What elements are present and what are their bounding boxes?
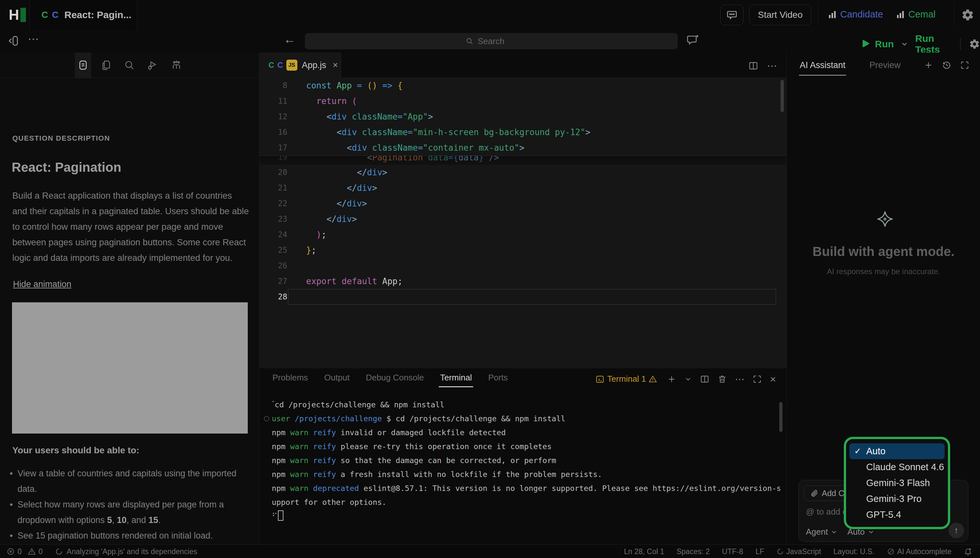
ai-autocomplete-toggle[interactable]: AI Autocomplete — [887, 547, 952, 556]
requirement-item: •Select how many rows are displayed per … — [10, 497, 243, 528]
search-files-icon[interactable] — [124, 60, 135, 71]
terminal-panel: ProblemsOutputDebug ConsoleTerminalPorts… — [260, 368, 786, 544]
indentation-setting[interactable]: Spaces: 2 — [676, 547, 710, 556]
agent-mode-star-icon — [876, 210, 894, 228]
run-button[interactable]: Run — [875, 39, 894, 49]
model-option[interactable]: GPT-5.4 — [849, 507, 945, 523]
back-arrow-icon[interactable]: ← — [283, 33, 296, 46]
interviewers-icon[interactable] — [171, 60, 182, 71]
terminal-line: npm warn reify a fresh install with no l… — [272, 468, 777, 481]
model-option[interactable]: Claude Sonnet 4.6 — [849, 459, 945, 475]
chat-button[interactable] — [720, 5, 743, 25]
model-option[interactable]: Gemini-3 Flash — [849, 475, 945, 491]
editor-more-actions-icon[interactable]: ⋯ — [767, 60, 777, 72]
panel-tab-output[interactable]: Output — [324, 373, 350, 387]
model-dropdown-menu: ✓AutoClaude Sonnet 4.6Gemini-3 FlashGemi… — [844, 437, 950, 529]
run-settings-gear-icon[interactable] — [969, 39, 980, 49]
panel-tab-ports[interactable]: Ports — [488, 373, 508, 387]
collapse-sidebar-icon[interactable] — [7, 34, 20, 47]
command-search-box[interactable] — [305, 33, 678, 49]
eol-setting[interactable]: LF — [756, 547, 765, 556]
code-line[interactable]: 12 <div className="App"> — [260, 109, 786, 125]
model-option[interactable]: Gemini-3 Pro — [849, 491, 945, 507]
hide-animation-link[interactable]: Hide animation — [13, 279, 71, 289]
language-loading-icon — [777, 548, 784, 555]
terminal-output[interactable]: "cd /projects/challenge && npm installus… — [263, 396, 777, 524]
code-line[interactable]: 28 — [260, 289, 786, 305]
more-actions-icon[interactable]: ⋯ — [28, 33, 39, 45]
search-input[interactable] — [477, 36, 517, 47]
model-option[interactable]: ✓Auto — [849, 443, 945, 459]
expand-panel-icon[interactable] — [960, 60, 970, 70]
files-icon[interactable] — [101, 60, 112, 71]
terminal-scrollbar-thumb[interactable] — [779, 402, 783, 432]
run-tests-button[interactable]: Run Tests — [915, 33, 952, 55]
error-icon — [7, 547, 15, 556]
settings-gear-icon[interactable] — [961, 8, 974, 21]
terminal-instance[interactable]: Terminal 1 — [595, 374, 657, 384]
close-panel-icon[interactable]: × — [770, 374, 776, 384]
code-line[interactable]: 22 </div> — [260, 196, 786, 211]
cursor-position[interactable]: Ln 28, Col 1 — [624, 547, 664, 556]
code-line[interactable]: 16 <div className="min-h-screen bg-backg… — [260, 125, 786, 140]
code-line[interactable]: 8const App = () => { — [260, 78, 786, 94]
start-video-label: Start Video — [758, 10, 802, 20]
editor-toolbar: ⋯ ← Run Run Tests — [0, 30, 980, 53]
new-chat-icon[interactable] — [924, 60, 933, 70]
file-tab-appjs[interactable]: C C JS App.js × — [260, 53, 341, 78]
interviewer-label: Cemal — [908, 9, 936, 20]
close-tab-icon[interactable]: × — [333, 60, 338, 70]
split-editor-icon[interactable] — [748, 61, 758, 71]
disabled-circle-icon — [887, 548, 895, 555]
panel-tab-debug-console[interactable]: Debug Console — [366, 373, 424, 387]
code-line[interactable]: 26 — [260, 258, 786, 274]
panel-tab-terminal[interactable]: Terminal — [440, 373, 472, 387]
code-line[interactable]: 11 return ( — [260, 94, 786, 109]
question-description-icon[interactable] — [77, 60, 89, 71]
check-icon: ✓ — [849, 446, 866, 456]
candidate-report-link[interactable]: Candidate — [829, 9, 883, 20]
run-play-icon[interactable] — [859, 39, 870, 49]
code-line[interactable]: 27export default App; — [260, 274, 786, 289]
history-icon[interactable] — [942, 60, 952, 70]
sticky-scroll-lines: 8const App = () => {11 return (12 <div c… — [260, 78, 786, 156]
code-line[interactable]: 20 </div> — [260, 165, 786, 180]
maximize-panel-icon[interactable] — [752, 374, 762, 384]
javascript-file-icon: JS — [286, 60, 298, 71]
run-options-chevron-icon[interactable] — [900, 40, 909, 48]
candidate-label: Candidate — [840, 9, 883, 20]
notifications-bell-icon[interactable] — [964, 547, 972, 556]
challenge-tab[interactable]: C C React: Pagin... — [30, 0, 137, 30]
requirements-heading: Your users should be able to: — [12, 445, 140, 456]
code-editor[interactable]: 8const App = () => {11 return (12 <div c… — [260, 78, 786, 368]
interviewer-report-link[interactable]: Cemal — [897, 9, 936, 20]
terminal-line: npm warn reify so that the damage can be… — [272, 454, 777, 468]
assistant-tab-preview[interactable]: Preview — [870, 60, 901, 75]
terminal-dropdown-chevron-icon[interactable] — [684, 375, 692, 383]
encoding-setting[interactable]: UTF-8 — [722, 547, 743, 556]
feedback-bubble-icon[interactable] — [686, 34, 699, 47]
terminal-more-actions-icon[interactable]: ⋯ — [735, 374, 745, 384]
kill-terminal-trash-icon[interactable] — [717, 374, 727, 384]
top-header: H C C React: Pagin... Start Video Candid… — [0, 0, 980, 30]
code-line[interactable]: 25}; — [260, 242, 786, 258]
new-terminal-icon[interactable] — [667, 374, 676, 384]
chat-placeholder[interactable]: @ to add c — [806, 507, 847, 517]
send-button[interactable]: ↑ — [949, 523, 964, 538]
split-terminal-icon[interactable] — [700, 374, 710, 384]
assistant-tab-ai-assistant[interactable]: AI Assistant — [800, 60, 845, 75]
problems-summary[interactable]: 0 0 — [7, 547, 43, 556]
language-mode[interactable]: JavaScript — [777, 547, 821, 556]
code-line[interactable]: 24 ); — [260, 227, 786, 242]
editor-scrollbar-thumb[interactable] — [781, 80, 784, 112]
code-line[interactable]: 17 <div className="container mx-auto"> — [260, 140, 786, 156]
code-line[interactable]: 21 </div> — [260, 180, 786, 196]
panel-tab-problems[interactable]: Problems — [272, 373, 308, 387]
mode-picker[interactable]: Agent — [806, 527, 838, 537]
start-video-button[interactable]: Start Video — [749, 5, 811, 25]
tab-status-icon-blue: C — [277, 61, 283, 70]
code-line[interactable]: 23 </div> — [260, 211, 786, 227]
code-line[interactable]: 19 <Pagination data={data} /> — [260, 156, 786, 165]
run-debug-icon[interactable] — [146, 60, 157, 71]
keyboard-layout[interactable]: Layout: U.S. — [834, 547, 875, 556]
